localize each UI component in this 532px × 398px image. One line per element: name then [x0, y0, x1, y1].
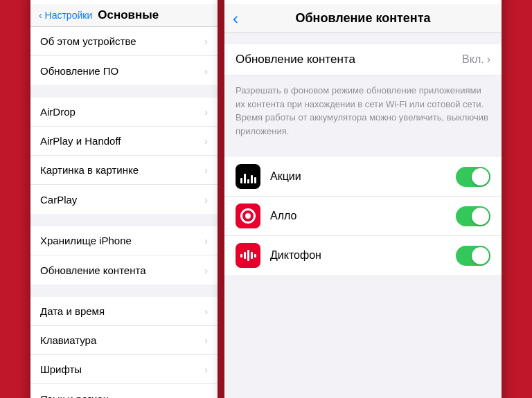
toggle-allo[interactable]	[456, 206, 490, 226]
app-icon-allo	[236, 203, 260, 228]
row-language-region[interactable]: Язык и регион ›	[30, 384, 218, 398]
app-name-stocks: Акции	[270, 170, 456, 183]
chevron-icon: ›	[204, 35, 208, 47]
chevron-icon: ›	[204, 393, 208, 399]
chevron-icon: ›	[204, 264, 208, 276]
nav-title-left: Основные	[98, 8, 159, 22]
settings-section-4: Дата и время › Клавиатура › Шрифты › Язы…	[30, 297, 218, 398]
settings-section-2: AirDrop › AirPlay и Handoff › Картинка в…	[30, 98, 218, 214]
app-name-allo: Алло	[270, 210, 456, 222]
right-phone: 17:08 ⚡	[224, 0, 502, 398]
chevron-icon: ›	[204, 106, 208, 118]
app-icon-stocks	[236, 164, 260, 189]
app-row-voice-memos: Диктофон	[224, 236, 502, 275]
app-icon-voice-memos	[236, 243, 260, 268]
row-picture-in-picture[interactable]: Картинка в картинке ›	[30, 156, 218, 185]
app-list: Акции Алло	[224, 157, 502, 275]
settings-section-3: Хранилище iPhone › Обновление контента ›	[30, 226, 218, 284]
nav-bar-left: ‹ Настройки Основные	[30, 4, 218, 27]
main-row-value: Вкл. ›	[462, 53, 490, 66]
row-background-refresh[interactable]: Обновление контента ›	[30, 255, 218, 284]
left-phone: 17:08	[30, 0, 218, 398]
chevron-icon: ›	[204, 135, 208, 147]
nav-title-right: Обновление контента	[295, 11, 430, 26]
stocks-wave-icon	[240, 170, 256, 183]
app-name-voice-memos: Диктофон	[270, 249, 456, 262]
content-description: Разрешать в фоновом режиме обновление пр…	[224, 75, 502, 146]
target-icon-allo	[240, 208, 256, 224]
settings-list: Об этом устройстве › Обновление ПО › Air…	[30, 27, 218, 398]
main-toggle-section: Обновление контента Вкл. ›	[224, 44, 502, 75]
row-airdrop[interactable]: AirDrop ›	[30, 98, 218, 127]
settings-section-1: Об этом устройстве › Обновление ПО ›	[30, 27, 218, 85]
chevron-icon: ›	[204, 164, 208, 176]
row-airplay-handoff[interactable]: AirPlay и Handoff ›	[30, 127, 218, 156]
row-about[interactable]: Об этом устройстве ›	[30, 27, 218, 56]
app-row-allo: Алло	[224, 197, 502, 236]
row-software-update[interactable]: Обновление ПО ›	[30, 56, 218, 85]
chevron-main: ›	[487, 53, 490, 66]
chevron-icon: ›	[204, 334, 208, 346]
voice-wave-icon	[240, 248, 256, 262]
detail-content: Обновление контента Вкл. › Разрешать в ф…	[224, 44, 502, 275]
main-toggle-row[interactable]: Обновление контента Вкл. ›	[224, 44, 502, 75]
back-button-right[interactable]: ‹	[233, 10, 238, 27]
back-label-left[interactable]: ‹ Настройки	[39, 10, 92, 21]
row-iphone-storage[interactable]: Хранилище iPhone ›	[30, 226, 218, 255]
chevron-icon: ›	[204, 305, 208, 317]
app-row-stocks: Акции	[224, 157, 502, 197]
row-keyboard[interactable]: Клавиатура ›	[30, 326, 218, 355]
row-carplay[interactable]: CarPlay ›	[30, 185, 218, 214]
chevron-icon: ›	[204, 194, 208, 206]
chevron-icon: ›	[204, 65, 208, 77]
row-date-time[interactable]: Дата и время ›	[30, 297, 218, 326]
row-fonts[interactable]: Шрифты ›	[30, 355, 218, 384]
main-row-label: Обновление контента	[236, 53, 355, 66]
chevron-icon: ›	[204, 235, 208, 246]
chevron-icon: ›	[204, 363, 208, 375]
toggle-voice-memos[interactable]	[456, 246, 490, 266]
nav-bar-right: ‹ Обновление контента	[224, 4, 502, 33]
toggle-stocks[interactable]	[456, 167, 490, 187]
